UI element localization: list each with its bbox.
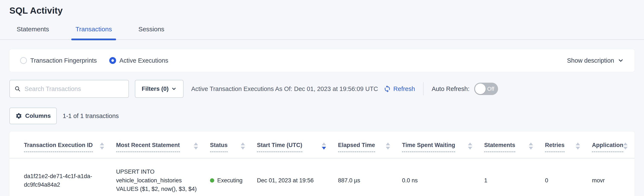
- cell-statements: 1: [484, 158, 545, 196]
- header-status[interactable]: Status: [210, 131, 257, 158]
- cell-time-spent-waiting: 0.0 ns: [402, 158, 484, 196]
- radio-unselected-icon: [20, 57, 27, 64]
- refresh-icon: [384, 85, 391, 93]
- tab-bar: Statements Transactions Sessions: [0, 25, 644, 40]
- radio-label: Active Executions: [120, 57, 168, 64]
- search-icon: [14, 85, 21, 92]
- refresh-label: Refresh: [393, 85, 415, 92]
- show-description-label: Show description: [567, 57, 614, 64]
- auto-refresh-label: Auto Refresh:: [432, 85, 470, 92]
- cell-application: movr: [592, 158, 634, 196]
- controls-bar: Filters (0) Active Transaction Execution…: [10, 80, 634, 98]
- sort-icon[interactable]: [100, 143, 104, 150]
- sort-icon-active-desc[interactable]: [322, 143, 326, 150]
- cell-transaction-execution-id[interactable]: da1f21e2-de71-4c1f-a1da-dc9fc94a84a2: [10, 158, 116, 196]
- radio-active-executions[interactable]: Active Executions: [109, 57, 168, 64]
- cell-most-recent-statement: UPSERT INTO vehicle_location_histories V…: [116, 158, 210, 196]
- header-transaction-execution-id[interactable]: Transaction Execution ID: [10, 131, 116, 158]
- header-time-spent-waiting[interactable]: Time Spent Waiting: [402, 131, 484, 158]
- tab-statements[interactable]: Statements: [16, 25, 50, 39]
- sort-icon[interactable]: [468, 143, 472, 150]
- chevron-down-icon: [171, 86, 177, 92]
- as-of-timestamp: Active Transaction Executions As Of: Dec…: [191, 85, 378, 92]
- filters-button[interactable]: Filters (0): [135, 80, 184, 98]
- auto-refresh-toggle[interactable]: Off: [474, 83, 498, 95]
- cell-elapsed-time: 887.0 µs: [338, 158, 402, 196]
- chevron-down-icon: [618, 57, 624, 64]
- table-header-row: Transaction Execution ID Most Recent Sta…: [10, 131, 634, 158]
- sort-icon[interactable]: [529, 143, 533, 150]
- view-mode-panel: Transaction Fingerprints Active Executio…: [10, 49, 634, 72]
- cell-status: Executing: [210, 158, 257, 196]
- results-count: 1-1 of 1 transactions: [63, 113, 119, 120]
- filters-label: Filters (0): [142, 85, 168, 92]
- status-label: Executing: [217, 176, 242, 185]
- show-description-toggle[interactable]: Show description: [567, 57, 624, 64]
- radio-transaction-fingerprints[interactable]: Transaction Fingerprints: [20, 57, 97, 64]
- cell-retries: 0: [545, 158, 592, 196]
- header-statements[interactable]: Statements: [484, 131, 545, 158]
- refresh-button[interactable]: Refresh: [384, 85, 415, 93]
- status-executing-icon: [210, 178, 214, 183]
- toggle-knob: [475, 83, 486, 94]
- transactions-table-card: Transaction Execution ID Most Recent Sta…: [10, 131, 634, 196]
- transactions-table: Transaction Execution ID Most Recent Sta…: [10, 131, 634, 196]
- search-box[interactable]: [10, 80, 129, 98]
- sort-icon[interactable]: [194, 143, 198, 150]
- sort-icon[interactable]: [576, 143, 580, 150]
- columns-button[interactable]: Columns: [10, 108, 57, 124]
- gear-icon: [15, 113, 22, 119]
- header-application[interactable]: Application: [592, 131, 634, 158]
- vertical-divider: [423, 82, 424, 95]
- header-start-time[interactable]: Start Time (UTC): [257, 131, 338, 158]
- cell-start-time: Dec 01, 2023 at 19:56: [257, 158, 338, 196]
- header-elapsed-time[interactable]: Elapsed Time: [338, 131, 402, 158]
- sort-icon[interactable]: [241, 143, 245, 150]
- sort-icon[interactable]: [623, 143, 628, 150]
- tab-transactions[interactable]: Transactions: [75, 25, 113, 39]
- search-input[interactable]: [24, 85, 124, 92]
- sort-icon[interactable]: [386, 143, 390, 150]
- table-row: da1f21e2-de71-4c1f-a1da-dc9fc94a84a2 UPS…: [10, 158, 634, 196]
- radio-selected-icon: [109, 57, 116, 64]
- page-header: SQL Activity: [0, 0, 644, 16]
- page-title: SQL Activity: [10, 5, 634, 16]
- tab-sessions[interactable]: Sessions: [138, 25, 165, 39]
- header-retries[interactable]: Retries: [545, 131, 592, 158]
- header-most-recent-statement[interactable]: Most Recent Statement: [116, 131, 210, 158]
- table-meta-row: Columns 1-1 of 1 transactions: [10, 108, 634, 124]
- toggle-state-label: Off: [487, 86, 494, 92]
- radio-label: Transaction Fingerprints: [30, 57, 97, 64]
- columns-label: Columns: [25, 113, 51, 119]
